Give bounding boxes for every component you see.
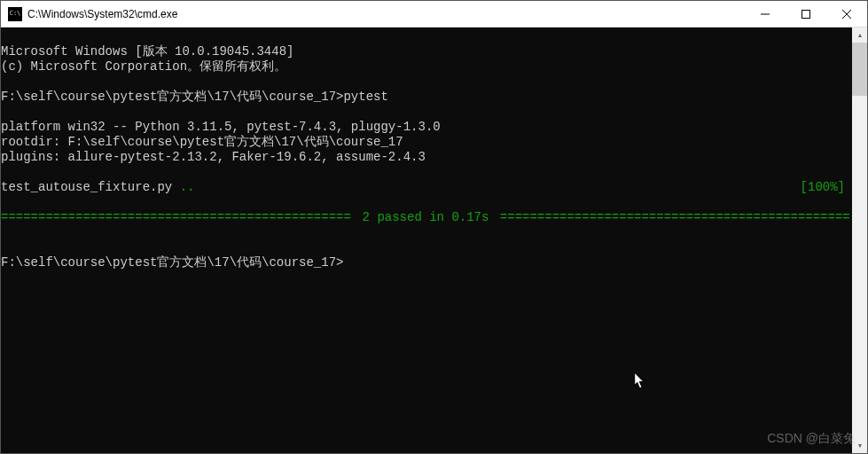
prompt-path: F:\self\course\pytest官方文档\17\代码\course_1… xyxy=(1,255,343,270)
test-dots: .. xyxy=(180,180,195,194)
output-line: platform win32 -- Python 3.11.5, pytest-… xyxy=(1,120,441,134)
divider-right: ========================================… xyxy=(500,210,850,225)
summary-line: ========================================… xyxy=(1,210,850,225)
maximize-button[interactable] xyxy=(786,1,826,27)
output-line: (c) Microsoft Corporation。保留所有权利。 xyxy=(1,59,286,74)
cmd-window: C:\Windows\System32\cmd.exe Microsoft Wi… xyxy=(0,0,868,454)
window-controls xyxy=(745,1,867,27)
scroll-down-arrow[interactable]: ▾ xyxy=(852,438,867,453)
cmd-icon xyxy=(8,7,22,21)
output-line: Microsoft Windows [版本 10.0.19045.3448] xyxy=(1,44,293,59)
scroll-up-arrow[interactable]: ▴ xyxy=(852,27,867,43)
vertical-scrollbar[interactable]: ▴ ▾ xyxy=(852,27,867,453)
command-text: pytest xyxy=(343,90,387,104)
svg-rect-1 xyxy=(802,10,810,18)
output-line: plugins: allure-pytest-2.13.2, Faker-19.… xyxy=(1,150,426,164)
window-title: C:\Windows\System32\cmd.exe xyxy=(27,8,745,20)
scrollbar-thumb[interactable] xyxy=(852,43,867,96)
terminal-output[interactable]: Microsoft Windows [版本 10.0.19045.3448] (… xyxy=(1,27,852,453)
test-file: test_autouse_fixture.py xyxy=(1,180,180,194)
titlebar[interactable]: C:\Windows\System32\cmd.exe xyxy=(1,1,867,27)
terminal-area: Microsoft Windows [版本 10.0.19045.3448] (… xyxy=(1,27,867,453)
progress-percent: [100%] xyxy=(801,180,850,195)
summary-text: 2 passed in 0.17s xyxy=(351,210,500,225)
test-result-line: test_autouse_fixture.py ..[100%] xyxy=(1,180,850,195)
minimize-button[interactable] xyxy=(745,1,786,27)
prompt-path: F:\self\course\pytest官方文档\17\代码\course_1… xyxy=(1,90,343,104)
close-button[interactable] xyxy=(826,1,867,27)
output-line: rootdir: F:\self\course\pytest官方文档\17\代码… xyxy=(1,135,403,149)
divider-left: ========================================… xyxy=(1,210,351,225)
